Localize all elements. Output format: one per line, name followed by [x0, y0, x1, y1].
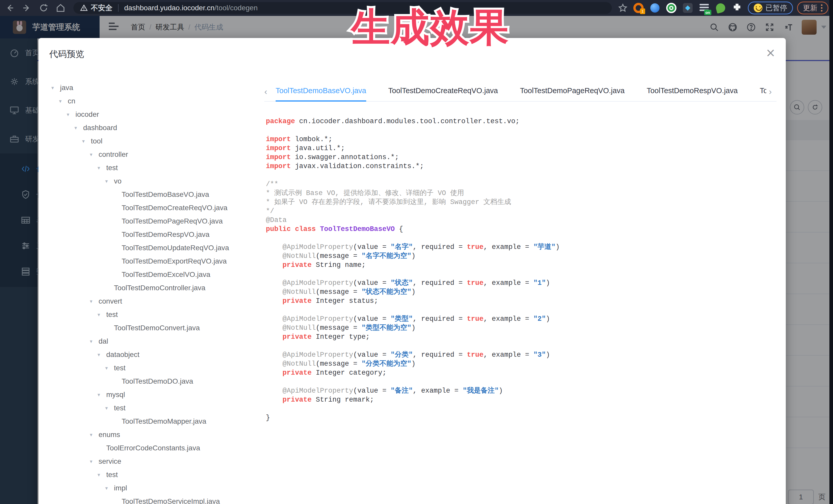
- tree-file-node[interactable]: ToolTestDemoController.java: [48, 281, 258, 295]
- tree-folder-node[interactable]: ▾controller: [48, 148, 258, 161]
- not-secure-icon: [80, 4, 88, 12]
- tree-folder-node[interactable]: ▾test: [48, 468, 258, 481]
- code-line: private Integer category;: [266, 368, 560, 378]
- code-line: [266, 341, 560, 351]
- caret-down-icon[interactable]: ▾: [97, 165, 106, 171]
- back-icon[interactable]: [5, 3, 15, 13]
- code-line: package cn.iocoder.dashboard.modules.too…: [266, 117, 560, 126]
- tree-node-label: test: [106, 311, 118, 319]
- caret-down-icon[interactable]: ▾: [97, 391, 106, 398]
- tree-folder-node[interactable]: ▾mysql: [48, 388, 258, 401]
- tree-folder-node[interactable]: ▾convert: [48, 295, 258, 308]
- extension-pin-icon[interactable]: [649, 2, 661, 14]
- tree-folder-node[interactable]: ▾test: [48, 161, 258, 174]
- tree-node-label: ToolTestDemoBaseVO.java: [122, 190, 209, 199]
- tree-file-node[interactable]: ToolTestDemoExcelVO.java: [48, 268, 258, 281]
- code-panel: ‹ ToolTestDemoBaseVO.javaToolTestDemoCre…: [264, 81, 777, 504]
- caret-down-icon[interactable]: ▾: [97, 352, 106, 358]
- code-line: [266, 126, 560, 135]
- tree-node-label: ToolTestDemoExcelVO.java: [122, 270, 210, 279]
- code-tab[interactable]: ToolTestDemoBaseVO.java: [276, 81, 366, 102]
- tree-folder-node[interactable]: ▾test: [48, 401, 258, 415]
- tree-folder-node[interactable]: ▾enums: [48, 428, 258, 441]
- extension-green-circle-icon[interactable]: [666, 2, 677, 14]
- caret-down-icon[interactable]: ▾: [82, 138, 91, 144]
- tree-file-node[interactable]: ToolTestDemoExportReqVO.java: [48, 255, 258, 268]
- code-tab[interactable]: ToolTe: [760, 81, 766, 102]
- caret-down-icon[interactable]: ▾: [67, 111, 75, 118]
- tree-file-node[interactable]: ToolTestDemoRespVO.java: [48, 228, 258, 241]
- caret-down-icon[interactable]: ▾: [97, 472, 106, 478]
- browser-menu-icon[interactable]: [821, 4, 823, 11]
- code-line: [266, 306, 560, 315]
- close-icon[interactable]: ×: [765, 47, 776, 58]
- extension-leaf-icon[interactable]: [715, 2, 726, 14]
- tree-folder-node[interactable]: ▾service: [48, 455, 258, 468]
- tree-node-label: ToolTestDemoDO.java: [122, 377, 193, 385]
- tree-folder-node[interactable]: ▾vo: [48, 174, 258, 188]
- tree-file-node[interactable]: ToolTestDemoUpdateReqVO.java: [48, 241, 258, 255]
- code-line: private String remark;: [266, 395, 560, 404]
- caret-down-icon[interactable]: ▾: [105, 405, 114, 411]
- code-tab[interactable]: ToolTestDemoCreateReqVO.java: [388, 81, 498, 102]
- tree-node-label: ToolTestDemoUpdateReqVO.java: [122, 244, 229, 252]
- tree-folder-node[interactable]: ▾cn: [48, 94, 258, 108]
- bookmark-star-icon[interactable]: [618, 3, 628, 13]
- code-line: import io.swagger.annotations.*;: [266, 153, 560, 162]
- tree-folder-node[interactable]: ▾java: [48, 81, 258, 94]
- tree-node-label: dal: [98, 337, 108, 345]
- code-tab[interactable]: ToolTestDemoRespVO.java: [647, 81, 738, 102]
- caret-down-icon[interactable]: ▾: [97, 312, 106, 318]
- tabs-scroll-left-icon[interactable]: ‹: [264, 86, 272, 97]
- tree-folder-node[interactable]: ▾dal: [48, 335, 258, 348]
- tree-file-node[interactable]: ToolTestDemoConvert.java: [48, 321, 258, 335]
- caret-down-icon[interactable]: ▾: [90, 338, 98, 344]
- tree-file-node[interactable]: ToolTestDemoServiceImpl.java: [48, 495, 258, 504]
- code-line: private Integer type;: [266, 333, 560, 341]
- forward-icon[interactable]: [22, 3, 32, 13]
- update-label: 更新: [803, 3, 817, 13]
- caret-down-icon[interactable]: ▾: [105, 178, 114, 184]
- caret-down-icon[interactable]: ▾: [105, 485, 114, 491]
- code-line: */: [266, 207, 560, 216]
- tree-file-node[interactable]: ToolTestDemoBaseVO.java: [48, 188, 258, 201]
- tree-node-label: test: [106, 471, 118, 479]
- tree-folder-node[interactable]: ▾dataobject: [48, 348, 258, 361]
- dialog-title: 代码预览: [49, 48, 84, 60]
- extension-tampermonkey-icon[interactable]: on: [698, 2, 710, 14]
- tree-folder-node[interactable]: ▾test: [48, 361, 258, 375]
- paused-chip[interactable]: 已暂停: [748, 2, 793, 15]
- update-button[interactable]: 更新: [797, 2, 828, 15]
- code-tab[interactable]: ToolTestDemoPageReqVO.java: [520, 81, 625, 102]
- caret-down-icon[interactable]: ▾: [90, 151, 98, 158]
- caret-down-icon[interactable]: ▾: [90, 458, 98, 464]
- caret-down-icon[interactable]: ▾: [59, 98, 68, 104]
- reload-icon[interactable]: [39, 3, 49, 13]
- tree-folder-node[interactable]: ▾test: [48, 308, 258, 321]
- code-line: private Integer status;: [266, 297, 560, 306]
- address-bar[interactable]: 不安全 dashboard.yudao.iocoder.cn/tool/code…: [73, 2, 612, 14]
- caret-down-icon[interactable]: ▾: [90, 432, 98, 438]
- code-line: /**: [266, 180, 560, 189]
- tree-folder-node[interactable]: ▾impl: [48, 481, 258, 495]
- tree-file-node[interactable]: ToolTestDemoPageReqVO.java: [48, 215, 258, 228]
- caret-down-icon[interactable]: ▾: [74, 125, 83, 131]
- tree-node-label: ToolTestDemoPageReqVO.java: [122, 217, 223, 225]
- tabs-scroll-right-icon[interactable]: ›: [769, 86, 777, 97]
- caret-down-icon[interactable]: ▾: [90, 298, 98, 304]
- tree-folder-node[interactable]: ▾tool: [48, 135, 258, 148]
- tree-folder-node[interactable]: ▾dashboard: [48, 121, 258, 135]
- caret-down-icon[interactable]: ▾: [51, 85, 60, 91]
- tree-file-node[interactable]: ToolTestDemoMapper.java: [48, 415, 258, 428]
- code-line: import java.util.*;: [266, 144, 560, 153]
- extensions-puzzle-icon[interactable]: [731, 2, 743, 14]
- tree-folder-node[interactable]: ▾iocoder: [48, 108, 258, 121]
- caret-down-icon[interactable]: ▾: [105, 365, 114, 371]
- tree-node-label: service: [98, 457, 121, 465]
- tree-file-node[interactable]: ToolTestDemoDO.java: [48, 375, 258, 388]
- tree-file-node[interactable]: ToolErrorCodeConstants.java: [48, 441, 258, 455]
- extension-diamond-icon[interactable]: [682, 2, 693, 14]
- tree-file-node[interactable]: ToolTestDemoCreateReqVO.java: [48, 201, 258, 215]
- home-icon[interactable]: [55, 3, 66, 13]
- extension-orange-icon[interactable]: 1: [633, 2, 644, 14]
